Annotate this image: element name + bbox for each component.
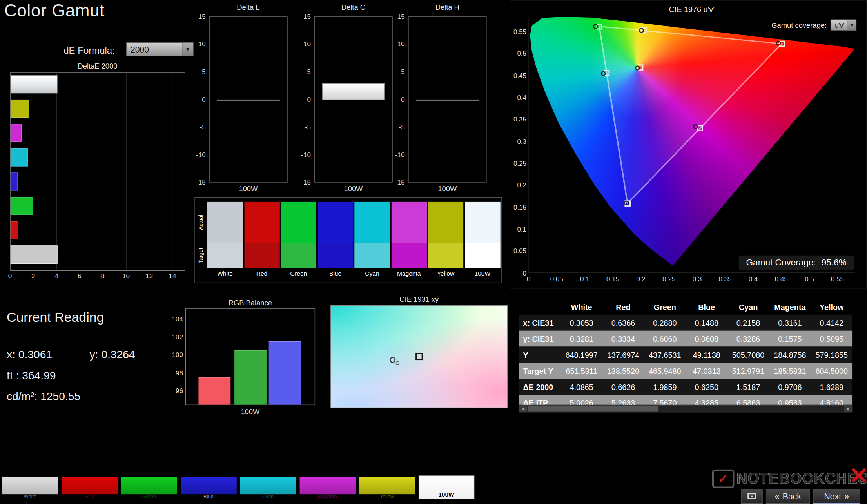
- table-cell: 604.5000: [811, 366, 852, 375]
- uv-measured-yellow: [639, 28, 644, 33]
- uv-ytick: 0.05: [510, 247, 526, 255]
- deltae-xtick: 2: [31, 272, 35, 280]
- table-cell: 651.5311: [560, 366, 602, 375]
- uv-xtick: 0.2: [636, 276, 646, 283]
- deltae-gridline: [172, 73, 172, 270]
- table-row: ΔE 20004.08650.66261.98590.62501.51870.9…: [519, 379, 852, 395]
- table-row: y: CIE310.32810.33340.60600.06080.32860.…: [519, 331, 852, 347]
- swatch-column-blue: Blue: [317, 202, 353, 276]
- table-cell: 4.3285: [686, 398, 727, 404]
- de-formula-value: 2000: [127, 45, 182, 54]
- table-cell: 4.8160: [811, 398, 852, 404]
- delta_h-bar: [416, 99, 479, 100]
- table-cell: 0.3286: [727, 334, 769, 343]
- gamut-coverage-dropdown[interactable]: u'v' ▼: [831, 19, 856, 31]
- deltae-plot: [10, 72, 185, 271]
- deltae-bar-yellow: [11, 100, 29, 118]
- table-cell: 49.1138: [686, 350, 727, 359]
- table-header-cell: Cyan: [727, 303, 769, 312]
- uv-measured-green: [593, 24, 599, 29]
- table-cell: 137.6974: [602, 350, 644, 359]
- next-button[interactable]: Next »: [813, 489, 860, 504]
- delta_h-title: Delta H: [408, 3, 486, 11]
- table-header-cell: Yellow: [811, 303, 852, 312]
- deltae-gridline: [34, 73, 34, 270]
- chart-delta_l: Delta L100W151050-5-10-15: [191, 3, 288, 192]
- uv-ytick: 0.1: [510, 225, 526, 233]
- delta_l-plot: [209, 16, 287, 182]
- swatch-target: [244, 243, 279, 268]
- swatch-target: [391, 243, 426, 268]
- delta_h-xlabel: 100W: [408, 185, 486, 193]
- table-cell: 7.5670: [644, 398, 686, 404]
- color-patch-cyan[interactable]: Cyan: [240, 477, 296, 499]
- page-title: Color Gamut: [4, 1, 105, 21]
- table-cell: 1.5187: [727, 383, 769, 392]
- delta_c-ytick: 0: [296, 96, 311, 103]
- scroll-right-button[interactable]: ►: [844, 406, 852, 412]
- table-cell: 0.6060: [644, 334, 686, 343]
- uv-xtick: 0.45: [775, 276, 788, 283]
- delta_l-title: Delta L: [209, 3, 287, 11]
- rgb-ytick: 100: [169, 351, 183, 359]
- table-cell: 0.6250: [686, 383, 727, 392]
- gamut-triangle: [529, 17, 855, 273]
- cie31-measured-marker-small: [396, 361, 400, 365]
- rgb-ytick: 104: [169, 315, 183, 323]
- table-cell: 579.1855: [811, 350, 852, 359]
- chart-delta_h: Delta H100W151050-5-10-15: [390, 3, 488, 192]
- swatch-panel: ActualTargetWhiteRedGreenBlueCyanMagenta…: [195, 197, 502, 283]
- table-cell: 0.6626: [602, 383, 644, 392]
- next-arrow-icon: »: [845, 491, 849, 501]
- swatch-label: Yellow: [428, 270, 463, 276]
- swatch-label: Cyan: [354, 270, 390, 276]
- deltae-bar-white: [11, 75, 58, 94]
- swatch-column-cyan: Cyan: [354, 202, 390, 276]
- uv-ytick: 0.15: [510, 203, 526, 211]
- de-formula-dropdown[interactable]: 2000 ▼: [126, 42, 194, 56]
- color-patch-blue[interactable]: Blue: [181, 477, 236, 499]
- scrollbar-thumb[interactable]: [528, 406, 658, 412]
- table-cell: 5.2633: [602, 398, 644, 404]
- delta_h-ytick: 10: [390, 40, 405, 48]
- color-patch-green[interactable]: Green: [121, 477, 177, 499]
- delta_c-ytick: -5: [296, 123, 311, 131]
- back-button[interactable]: « Back: [766, 489, 810, 504]
- deltae-xtick: 0: [8, 272, 12, 280]
- table-row: Target Y651.5311138.5520465.948047.03125…: [519, 363, 852, 379]
- color-patch-white[interactable]: White: [2, 477, 58, 499]
- deltae-xtick: 10: [122, 272, 130, 280]
- swatch-column-red: Red: [244, 202, 279, 276]
- color-patch-100w[interactable]: 100W: [418, 475, 474, 499]
- table-cell: 437.6531: [644, 350, 686, 359]
- check-mark-icon: ✓: [718, 473, 728, 485]
- notebookcheck-watermark: ✓ NOTEBOOKCHECK ✕: [712, 468, 867, 489]
- table-header-cell: Red: [602, 303, 644, 312]
- deltae-gridline: [126, 73, 126, 270]
- table-cell: 0.3281: [560, 334, 602, 343]
- color-patch-red[interactable]: Red: [62, 477, 117, 499]
- patch-color-swatch: [181, 477, 236, 494]
- deltae-xtick: 4: [54, 272, 58, 280]
- table-scrollbar[interactable]: ◄►: [519, 405, 852, 412]
- deltae-bar-red: [11, 221, 18, 239]
- scroll-left-button[interactable]: ◄: [519, 406, 527, 412]
- cie31-measured-marker: [390, 357, 396, 363]
- uv-xtick: 0.55: [831, 276, 844, 283]
- table-row: x: CIE310.30530.63660.28800.14880.21580.…: [519, 315, 852, 331]
- deltae-xtick: 12: [145, 272, 153, 280]
- color-patch-magenta[interactable]: Magenta: [299, 477, 355, 499]
- uv-xtick: 0.5: [805, 276, 814, 283]
- patch-color-swatch: [2, 477, 58, 494]
- uv-xtick: 0.35: [719, 276, 732, 283]
- table-cell: 5.0026: [560, 398, 602, 404]
- delta_c-title: Delta C: [314, 3, 392, 11]
- color-patch-yellow[interactable]: Yellow: [359, 477, 415, 499]
- patch-color-swatch: [62, 477, 117, 494]
- delta_l-bar: [217, 99, 280, 100]
- table-cell: 0.2880: [644, 318, 686, 327]
- display-button[interactable]: [741, 489, 763, 504]
- deltae-bar-100w: [11, 245, 58, 264]
- uv-xtick: 0.1: [580, 276, 589, 283]
- monitor-icon: [747, 493, 756, 499]
